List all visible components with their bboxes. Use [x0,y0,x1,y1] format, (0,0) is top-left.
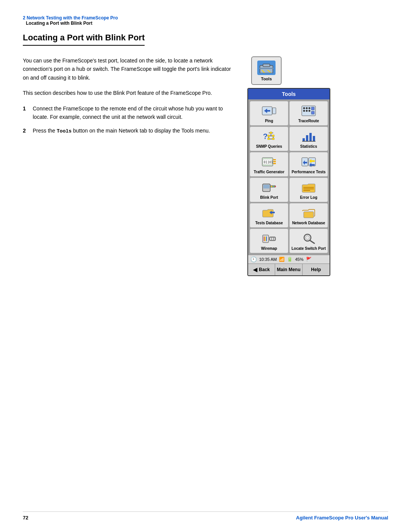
svg-rect-46 [263,185,269,189]
page-container: 2 Network Testing with the FrameScope Pr… [0,0,411,532]
svg-rect-50 [275,186,276,187]
blink-label: Blink Port [260,195,278,200]
testsdb-icon [261,206,277,220]
tool-errorlog[interactable]: Error Log [289,177,328,202]
step-2-number: 2 [23,126,29,136]
svg-point-11 [309,107,311,109]
svg-rect-53 [303,190,310,191]
tool-blink[interactable]: Blink Port [250,177,288,202]
status-bar: 🕙 10:35 AM 📶 🔋 45% 🚩 [248,255,330,264]
tool-snmp[interactable]: ? [250,126,288,151]
svg-rect-52 [303,189,314,189]
svg-rect-39 [273,163,276,164]
svg-rect-63 [274,238,275,240]
svg-rect-16 [311,111,314,114]
tools-grid: Ping [248,99,330,255]
svg-rect-59 [266,236,267,241]
step-2: 2 Press the Tools button on the main Net… [23,126,236,136]
tools-button[interactable]: Tools [251,56,282,85]
svg-point-10 [306,107,308,109]
back-label: Back [259,267,270,272]
snmp-icon: ? [261,129,277,143]
status-flag-icon: 🚩 [306,257,312,262]
traceroute-label: TraceRoute [298,119,319,123]
help-label: Help [311,267,321,272]
tool-networkdb[interactable]: Network Database [289,203,328,228]
testsdb-label: Tests Database [255,221,283,225]
tool-statistics[interactable]: Statistics [289,126,328,151]
chapter-title: Locating a Port with Blink Port [23,33,145,46]
intro-paragraph: You can use the FrameScope's test port, … [23,56,236,82]
svg-rect-57 [264,236,264,241]
ping-label: Ping [265,119,273,123]
content-area: You can use the FrameScope's test port, … [23,56,388,276]
svg-rect-58 [265,236,266,241]
svg-line-66 [310,240,314,243]
networkdb-icon [301,206,317,220]
breadcrumb-line1: 2 Network Testing with the FrameScope Pr… [23,15,388,21]
step-1-number: 1 [23,104,29,121]
tool-traffic[interactable]: 01101 Traffic Generator [250,152,288,177]
footer-page-number: 72 [23,515,28,521]
locateswitch-label: Locate Switch Port [292,246,326,251]
svg-rect-48 [271,186,272,187]
svg-point-65 [306,236,309,240]
toolbox-icon [259,62,274,73]
svg-point-13 [306,110,308,112]
locateswitch-icon [301,232,317,245]
footer-manual-title: Agilent FrameScope Pro User's Manual [296,515,388,521]
tools-keyword: Tools [57,128,72,134]
device-area: Tools Tools [247,56,331,276]
traceroute-icon [301,104,317,118]
step-1: 1 Connect the FrameScope to the remote e… [23,104,236,121]
statistics-icon [301,129,317,143]
snmp-label: SNMP Queries [256,144,282,149]
help-button[interactable]: Help [303,264,330,275]
steps-list: 1 Connect the FrameScope to the remote e… [23,104,236,136]
networkdb-label: Network Database [292,221,325,225]
blink-icon [261,181,277,194]
main-menu-button[interactable]: Main Menu [275,264,302,275]
svg-rect-25 [268,135,270,137]
svg-rect-31 [309,133,312,141]
second-paragraph: This section describes how to use the Bl… [23,89,236,97]
tools-panel-header: Tools [248,89,330,99]
ping-icon [261,104,277,118]
svg-rect-38 [273,161,276,162]
svg-rect-26 [272,135,274,137]
svg-point-12 [303,110,305,112]
nav-bar: ◀ Back Main Menu Help [248,264,330,275]
errorlog-icon [301,181,317,194]
svg-text:?: ? [263,132,268,141]
svg-rect-24 [270,132,272,134]
main-menu-label: Main Menu [277,267,300,272]
status-battery-icon: 🔋 [287,257,293,262]
tool-testsdb[interactable]: Tests Database [250,203,288,228]
performance-icon [301,155,317,169]
svg-rect-32 [313,136,315,141]
breadcrumb-line2: Locating a Port with Blink Port [23,21,388,26]
traffic-icon: 01101 [261,155,277,169]
status-time: 10:35 AM [259,257,277,262]
tools-panel: Tools Ping [247,88,330,276]
performance-label: Performance Tests [292,170,325,174]
tool-ping[interactable]: Ping [250,101,288,126]
text-column: You can use the FrameScope's test port, … [23,56,236,276]
svg-point-14 [309,110,311,112]
svg-text:01101: 01101 [264,161,273,164]
wiremap-label: Wiremap [261,246,277,251]
tool-performance[interactable]: Performance Tests [289,152,328,177]
svg-rect-37 [273,159,276,160]
svg-rect-51 [303,187,314,188]
tool-locateswitch[interactable]: Locate Switch Port [289,228,328,253]
back-button[interactable]: ◀ Back [248,264,275,275]
svg-rect-27 [268,138,270,140]
step-1-text: Connect the FrameScope to the remote end… [33,104,236,121]
tool-wiremap[interactable]: Wiremap [250,228,288,253]
traffic-label: Traffic Generator [254,170,285,174]
svg-rect-62 [272,238,273,240]
status-signal-icon: 📶 [279,257,285,262]
back-icon: ◀ [253,267,257,273]
status-battery: 45% [295,257,303,262]
tool-traceroute[interactable]: TraceRoute [289,101,328,126]
